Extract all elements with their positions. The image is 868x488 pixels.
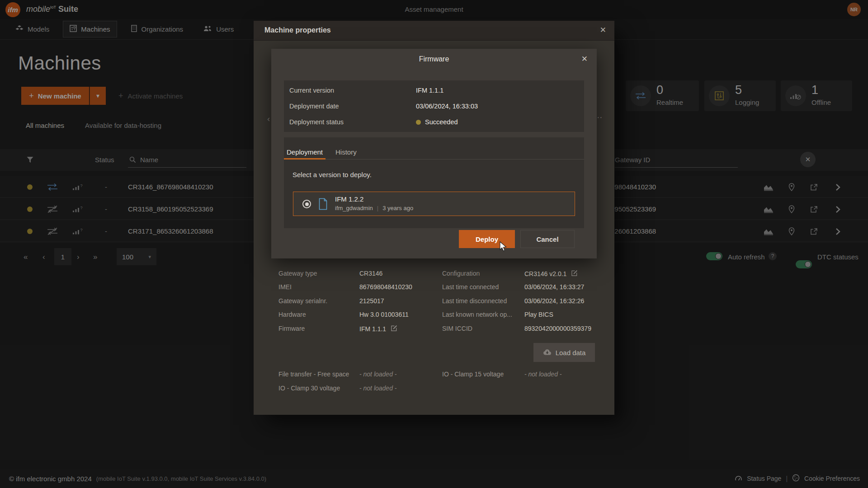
- current-version-value: IFM 1.1.1: [416, 87, 443, 94]
- meta-divider: |: [377, 205, 378, 211]
- version-title: IFM 1.2.2: [335, 195, 363, 203]
- dialog-title: Firmware: [271, 55, 597, 63]
- deployment-status-label: Deployment status: [289, 118, 344, 126]
- radio-selected-icon[interactable]: [302, 200, 311, 208]
- firmware-version-option[interactable]: IFM 1.2.2 ifm_gdwadmin | 3 years ago: [293, 192, 575, 216]
- firmware-dialog: Firmware ✕ Current version IFM 1.1.1 Dep…: [271, 49, 597, 258]
- version-author: ifm_gdwadmin: [335, 205, 373, 211]
- select-version-hint: Select a version to deploy.: [292, 171, 372, 178]
- deployment-status-value: Succeeded: [416, 118, 458, 126]
- cancel-button[interactable]: Cancel: [520, 230, 575, 248]
- close-icon: ✕: [581, 55, 588, 63]
- current-version-label: Current version: [289, 87, 334, 94]
- file-icon: [318, 198, 328, 211]
- version-meta: ifm_gdwadmin | 3 years ago: [335, 205, 413, 211]
- radio-dot: [305, 202, 309, 206]
- tab-deployment[interactable]: Deployment: [287, 148, 323, 156]
- status-succeeded-dot-icon: [416, 120, 421, 125]
- version-age: 3 years ago: [382, 205, 413, 211]
- tab-history[interactable]: History: [335, 148, 357, 156]
- active-tab-underline: [284, 158, 326, 160]
- app-root: ifm mobileIoT Suite Asset management NR …: [0, 0, 868, 488]
- dialog-close-button[interactable]: ✕: [581, 54, 588, 64]
- status-succeeded-text: Succeeded: [425, 118, 458, 126]
- deployment-date-label: Deployment date: [289, 103, 339, 110]
- firmware-info-panel: Current version IFM 1.1.1 Deployment dat…: [284, 80, 584, 132]
- mouse-cursor: [499, 241, 509, 253]
- deployment-date-value: 03/06/2024, 16:33:03: [416, 103, 478, 110]
- tab-divider: [284, 159, 584, 160]
